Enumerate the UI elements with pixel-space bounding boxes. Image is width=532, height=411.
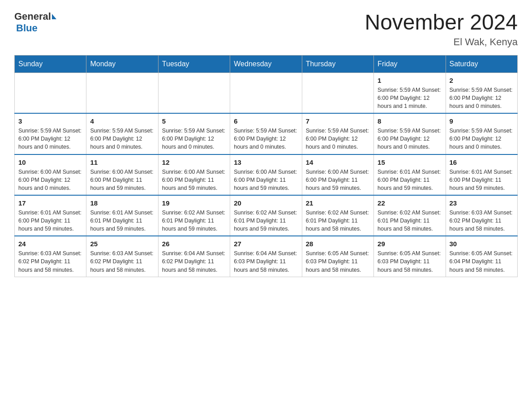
day-info: Sunrise: 6:00 AM Sunset: 6:00 PM Dayligh… [162,168,226,192]
calendar-cell: 15Sunrise: 6:01 AM Sunset: 6:00 PM Dayli… [374,154,446,195]
day-number: 28 [306,240,370,248]
calendar-header-row: SundayMondayTuesdayWednesdayThursdayFrid… [15,55,518,73]
title-area: November 2024 El Wak, Kenya [365,11,518,48]
calendar-header-saturday: Saturday [446,55,517,73]
calendar-cell: 7Sunrise: 5:59 AM Sunset: 6:00 PM Daylig… [302,113,373,154]
day-number: 26 [162,240,226,248]
day-info: Sunrise: 6:00 AM Sunset: 6:00 PM Dayligh… [18,168,82,192]
day-number: 17 [18,199,82,207]
day-number: 16 [450,158,514,166]
day-info: Sunrise: 6:00 AM Sunset: 6:00 PM Dayligh… [90,168,154,192]
calendar-cell [302,73,373,113]
day-number: 5 [162,117,226,125]
day-number: 13 [234,158,298,166]
calendar-cell: 14Sunrise: 6:00 AM Sunset: 6:00 PM Dayli… [302,154,373,195]
calendar-cell: 22Sunrise: 6:02 AM Sunset: 6:01 PM Dayli… [374,195,446,236]
calendar-cell: 30Sunrise: 6:05 AM Sunset: 6:04 PM Dayli… [446,236,517,277]
calendar-cell: 24Sunrise: 6:03 AM Sunset: 6:02 PM Dayli… [15,236,86,277]
calendar-cell: 28Sunrise: 6:05 AM Sunset: 6:03 PM Dayli… [302,236,373,277]
day-info: Sunrise: 5:59 AM Sunset: 6:00 PM Dayligh… [378,127,442,151]
calendar-cell: 3Sunrise: 5:59 AM Sunset: 6:00 PM Daylig… [15,113,86,154]
day-number: 27 [234,240,298,248]
day-info: Sunrise: 6:01 AM Sunset: 6:00 PM Dayligh… [18,209,82,233]
calendar-cell: 5Sunrise: 5:59 AM Sunset: 6:00 PM Daylig… [158,113,230,154]
day-info: Sunrise: 6:05 AM Sunset: 6:03 PM Dayligh… [378,249,442,274]
day-number: 30 [450,240,514,248]
day-number: 21 [306,199,370,207]
day-number: 23 [450,199,514,207]
day-number: 24 [18,240,82,248]
calendar-cell: 19Sunrise: 6:02 AM Sunset: 6:01 PM Dayli… [158,195,230,236]
calendar-cell: 13Sunrise: 6:00 AM Sunset: 6:00 PM Dayli… [230,154,302,195]
day-info: Sunrise: 5:59 AM Sunset: 6:00 PM Dayligh… [90,127,154,151]
day-number: 3 [18,117,82,125]
calendar-subtitle: El Wak, Kenya [365,36,518,48]
calendar-cell: 17Sunrise: 6:01 AM Sunset: 6:00 PM Dayli… [15,195,86,236]
calendar-cell: 4Sunrise: 5:59 AM Sunset: 6:00 PM Daylig… [86,113,158,154]
day-number: 18 [90,199,154,207]
logo-general-text: General [14,11,51,22]
day-info: Sunrise: 6:03 AM Sunset: 6:02 PM Dayligh… [90,249,154,274]
day-number: 11 [90,158,154,166]
day-number: 22 [378,199,442,207]
calendar-cell [230,73,302,113]
day-info: Sunrise: 5:59 AM Sunset: 6:00 PM Dayligh… [306,127,370,151]
calendar-cell: 29Sunrise: 6:05 AM Sunset: 6:03 PM Dayli… [374,236,446,277]
calendar-header-sunday: Sunday [15,55,86,73]
calendar-cell: 25Sunrise: 6:03 AM Sunset: 6:02 PM Dayli… [86,236,158,277]
day-number: 4 [90,117,154,125]
calendar-cell [15,73,86,113]
day-info: Sunrise: 6:01 AM Sunset: 6:00 PM Dayligh… [450,168,514,192]
day-number: 25 [90,240,154,248]
calendar-cell: 16Sunrise: 6:01 AM Sunset: 6:00 PM Dayli… [446,154,517,195]
day-info: Sunrise: 5:59 AM Sunset: 6:00 PM Dayligh… [162,127,226,151]
day-number: 19 [162,199,226,207]
day-info: Sunrise: 6:05 AM Sunset: 6:03 PM Dayligh… [306,249,370,274]
day-number: 14 [306,158,370,166]
day-number: 1 [378,77,442,84]
day-info: Sunrise: 6:04 AM Sunset: 6:03 PM Dayligh… [234,249,298,274]
calendar-cell: 23Sunrise: 6:03 AM Sunset: 6:02 PM Dayli… [446,195,517,236]
calendar-cell: 8Sunrise: 5:59 AM Sunset: 6:00 PM Daylig… [374,113,446,154]
day-info: Sunrise: 6:02 AM Sunset: 6:01 PM Dayligh… [306,209,370,233]
calendar-header-thursday: Thursday [302,55,373,73]
calendar-cell: 2Sunrise: 5:59 AM Sunset: 6:00 PM Daylig… [446,73,517,113]
day-number: 8 [378,117,442,125]
day-info: Sunrise: 5:59 AM Sunset: 6:00 PM Dayligh… [450,86,514,110]
calendar-cell: 12Sunrise: 6:00 AM Sunset: 6:00 PM Dayli… [158,154,230,195]
day-number: 12 [162,158,226,166]
day-info: Sunrise: 5:59 AM Sunset: 6:00 PM Dayligh… [18,127,82,151]
day-number: 29 [378,240,442,248]
calendar-week-row: 1Sunrise: 5:59 AM Sunset: 6:00 PM Daylig… [15,73,518,113]
calendar-cell: 6Sunrise: 5:59 AM Sunset: 6:00 PM Daylig… [230,113,302,154]
calendar-header-monday: Monday [86,55,158,73]
day-info: Sunrise: 6:00 AM Sunset: 6:00 PM Dayligh… [306,168,370,192]
day-info: Sunrise: 6:02 AM Sunset: 6:01 PM Dayligh… [162,209,226,233]
logo-triangle-icon [52,14,56,19]
day-number: 20 [234,199,298,207]
calendar-cell [158,73,230,113]
day-info: Sunrise: 6:04 AM Sunset: 6:02 PM Dayligh… [162,249,226,274]
calendar-title: November 2024 [365,11,518,34]
day-info: Sunrise: 6:00 AM Sunset: 6:00 PM Dayligh… [234,168,298,192]
day-info: Sunrise: 5:59 AM Sunset: 6:00 PM Dayligh… [234,127,298,151]
calendar-table: SundayMondayTuesdayWednesdayThursdayFrid… [14,55,518,277]
calendar-cell: 9Sunrise: 5:59 AM Sunset: 6:00 PM Daylig… [446,113,517,154]
logo: General Blue [14,11,56,34]
calendar-cell: 18Sunrise: 6:01 AM Sunset: 6:01 PM Dayli… [86,195,158,236]
calendar-cell: 26Sunrise: 6:04 AM Sunset: 6:02 PM Dayli… [158,236,230,277]
day-number: 9 [450,117,514,125]
day-info: Sunrise: 6:02 AM Sunset: 6:01 PM Dayligh… [378,209,442,233]
calendar-cell: 20Sunrise: 6:02 AM Sunset: 6:01 PM Dayli… [230,195,302,236]
day-number: 2 [450,77,514,84]
calendar-cell: 10Sunrise: 6:00 AM Sunset: 6:00 PM Dayli… [15,154,86,195]
day-number: 6 [234,117,298,125]
calendar-header-friday: Friday [374,55,446,73]
logo-blue-text: Blue [16,22,38,34]
calendar-week-row: 10Sunrise: 6:00 AM Sunset: 6:00 PM Dayli… [15,154,518,195]
calendar-week-row: 17Sunrise: 6:01 AM Sunset: 6:00 PM Dayli… [15,195,518,236]
calendar-cell: 11Sunrise: 6:00 AM Sunset: 6:00 PM Dayli… [86,154,158,195]
day-info: Sunrise: 6:01 AM Sunset: 6:00 PM Dayligh… [378,168,442,192]
calendar-cell [86,73,158,113]
day-info: Sunrise: 6:03 AM Sunset: 6:02 PM Dayligh… [450,209,514,233]
